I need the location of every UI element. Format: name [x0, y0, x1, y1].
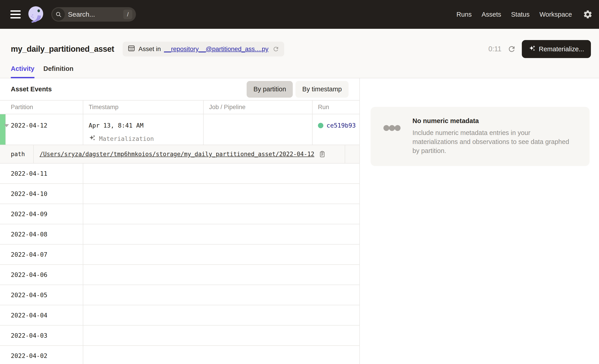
repository-link[interactable]: __repository__@partitioned_ass....py	[164, 45, 268, 53]
empty-events-cell	[83, 224, 359, 244]
refresh-timer: 0:11	[488, 45, 501, 53]
asset-page-header: my_daily_partitioned_asset Asset in	[0, 29, 599, 78]
metadata-key: path	[0, 145, 34, 163]
partition-label: 2022-04-07	[0, 244, 83, 264]
repository-icon	[128, 44, 135, 54]
events-table-header: Partition Timestamp Job / Pipeline Run	[0, 100, 359, 114]
copy-clipboard-icon[interactable]	[319, 151, 326, 157]
empty-state-description: Include numeric metadata entries in your…	[413, 128, 577, 155]
event-timestamp: Apr 13, 8:41 AM	[89, 122, 203, 129]
rematerialize-button[interactable]: Rematerialize...	[522, 40, 591, 58]
partition-row[interactable]: 2022-04-04	[0, 305, 359, 326]
partition-rows: 2022-04-11 2022-04-10 2022-04-09	[0, 164, 359, 364]
partition-label: 2022-04-03	[0, 326, 83, 345]
partition-row[interactable]: 2022-04-10	[0, 184, 359, 204]
empty-events-cell	[83, 285, 359, 305]
header-actions: 0:11 Rematerialize...	[488, 40, 591, 58]
partition-row[interactable]: 2022-04-03	[0, 326, 359, 346]
tab-activity[interactable]: Activity	[11, 65, 35, 78]
column-header-timestamp: Timestamp	[83, 101, 204, 114]
no-numeric-metadata-card: No numeric metadata Include numeric meta…	[370, 107, 590, 166]
badge-reload-icon[interactable]	[273, 46, 279, 52]
column-header-run: Run	[313, 101, 359, 114]
partition-label: 2022-04-05	[0, 285, 83, 305]
asset-in-label: Asset in	[138, 45, 161, 53]
partition-label: 2022-04-06	[0, 265, 83, 285]
partition-label: 2022-04-04	[0, 305, 83, 325]
metadata-row: path /Users/sryza/dagster/tmp6hmkoios/st…	[0, 145, 359, 164]
top-nav-links: Runs Assets Status Workspace	[457, 11, 572, 18]
column-header-job-pipeline: Job / Pipeline	[204, 101, 313, 114]
column-header-partition: Partition	[0, 101, 83, 114]
partition-row[interactable]: 2022-04-08	[0, 224, 359, 244]
empty-events-cell	[83, 265, 359, 285]
by-timestamp-toggle[interactable]: By timestamp	[295, 81, 349, 98]
partition-row[interactable]: 2022-04-07	[0, 244, 359, 265]
tab-definition[interactable]: Definition	[44, 65, 74, 78]
partition-label: 2022-04-09	[0, 204, 83, 224]
global-search: /	[51, 7, 136, 22]
hamburger-menu-button[interactable]	[10, 10, 21, 18]
partition-label: 2022-04-10	[0, 184, 83, 204]
top-nav-item[interactable]: Status	[511, 11, 529, 18]
by-partition-toggle[interactable]: By partition	[247, 81, 293, 98]
asset-events-pane: Asset Events By partition By timestamp P…	[0, 78, 360, 364]
empty-events-cell	[83, 305, 359, 325]
partition-label: 2022-04-12	[11, 122, 47, 129]
search-icon	[52, 8, 65, 21]
top-nav-item[interactable]: Assets	[482, 11, 501, 18]
expanded-partition-row: 2022-04-12 Apr 13, 8:41 AM Materializati…	[0, 114, 359, 145]
sparkle-icon	[529, 45, 536, 53]
top-nav-item[interactable]: Runs	[457, 11, 472, 18]
page-title: my_daily_partitioned_asset	[11, 44, 114, 54]
dagster-logo	[27, 6, 44, 23]
refresh-icon[interactable]	[507, 45, 516, 53]
top-navigation-bar: / Runs Assets Status Workspace	[0, 0, 599, 29]
asset-events-heading: Asset Events	[11, 86, 52, 93]
dagster-app: / Runs Assets Status Workspace my_daily_…	[0, 0, 599, 364]
partition-row[interactable]: 2022-04-02	[0, 346, 359, 364]
partition-label: 2022-04-02	[0, 346, 83, 364]
empty-events-cell	[83, 164, 359, 183]
partition-label: 2022-04-11	[0, 164, 83, 183]
metadata-plots-panel: No numeric metadata Include numeric meta…	[360, 78, 599, 364]
rematerialize-label: Rematerialize...	[539, 45, 584, 53]
empty-state-title: No numeric metadata	[413, 117, 577, 125]
search-shortcut-key: /	[123, 10, 132, 19]
materialization-sparkle-icon	[89, 134, 96, 143]
job-pipeline-cell	[204, 114, 313, 145]
partition-row[interactable]: 2022-04-05	[0, 285, 359, 305]
search-input[interactable]	[68, 11, 122, 18]
run-success-dot	[318, 123, 323, 128]
connected-dots-chart-icon	[383, 123, 401, 155]
empty-events-cell	[83, 204, 359, 224]
event-type-label: Materialization	[99, 135, 154, 142]
empty-events-cell	[83, 244, 359, 264]
partition-row[interactable]: 2022-04-11	[0, 164, 359, 184]
partition-label: 2022-04-08	[0, 224, 83, 244]
empty-events-cell	[83, 346, 359, 364]
events-view-toggle: By partition By timestamp	[247, 81, 349, 98]
partition-row[interactable]: 2022-04-09	[0, 204, 359, 224]
run-id-link[interactable]: ce519b93	[326, 122, 356, 129]
top-nav-item[interactable]: Workspace	[539, 11, 572, 18]
partition-row[interactable]: 2022-04-06	[0, 265, 359, 285]
asset-tabs: Activity Definition	[11, 65, 73, 78]
metadata-path-link[interactable]: /Users/sryza/dagster/tmp6hmkoios/storage…	[40, 151, 314, 157]
collapse-caret-icon[interactable]	[4, 124, 9, 127]
asset-location-badge: Asset in __repository__@partitioned_ass.…	[123, 42, 284, 56]
empty-events-cell	[83, 184, 359, 204]
asset-activity-content: Asset Events By partition By timestamp P…	[0, 78, 599, 364]
empty-events-cell	[83, 326, 359, 345]
settings-gear-icon[interactable]	[583, 9, 593, 19]
